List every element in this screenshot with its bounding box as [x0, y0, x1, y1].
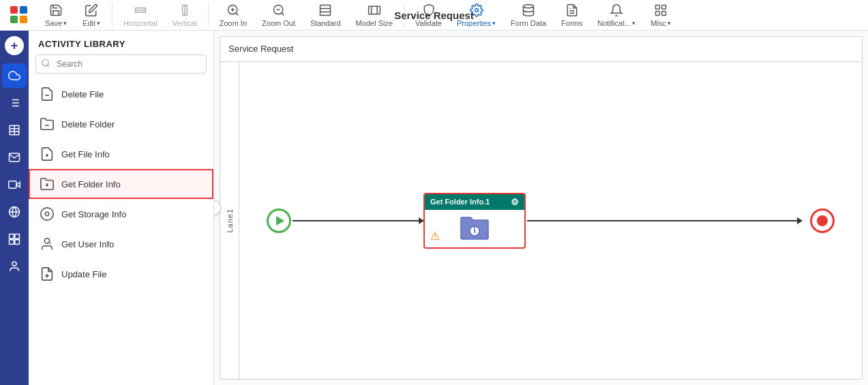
activity-library-header: ACTIVITY LIBRARY — [29, 31, 213, 55]
svg-point-45 — [42, 59, 48, 65]
svg-rect-23 — [655, 5, 659, 9]
svg-rect-25 — [655, 11, 659, 15]
edit-button[interactable]: Edit▾ — [75, 1, 108, 30]
svg-line-46 — [48, 65, 50, 67]
start-node[interactable] — [267, 209, 291, 233]
activity-item-delete-file[interactable]: Delete File — [29, 79, 213, 109]
activity-label: Get Storage Info — [61, 209, 126, 219]
model-size-button[interactable]: Model Size — [349, 1, 400, 30]
svg-point-44 — [12, 262, 16, 266]
activity-label: Update File — [61, 269, 106, 279]
form-data-button[interactable]: Form Data — [504, 1, 553, 30]
activity-list: Delete File Delete Folder Get File Info … — [29, 79, 213, 385]
canvas-label: Service Request — [228, 44, 293, 54]
svg-line-9 — [236, 12, 239, 15]
activity-library-panel: ACTIVITY LIBRARY Delete File Delete Fold… — [29, 31, 214, 385]
svg-rect-3 — [20, 16, 27, 23]
canvas-border: Service Request Lane1 — [220, 36, 863, 380]
activity-item-delete-folder[interactable]: Delete Folder — [29, 109, 213, 139]
activity-label: Delete Folder — [61, 119, 115, 129]
svg-point-20 — [524, 4, 534, 7]
lane-label: Lane1 — [220, 62, 239, 379]
node-title: Get Folder Info.1 — [430, 198, 490, 206]
folder-info-icon — [458, 213, 491, 242]
icon-sidebar: + — [0, 31, 29, 385]
activity-item-get-folder-info[interactable]: Get Folder Info — [29, 169, 213, 199]
vertical-button[interactable]: Vertical — [166, 1, 204, 30]
svg-rect-18 — [368, 6, 380, 14]
activity-label: Get Folder Info — [61, 179, 121, 189]
svg-rect-2 — [10, 16, 18, 23]
activity-label: Get File Info — [61, 149, 110, 159]
stop-icon — [817, 215, 828, 226]
activity-item-get-storage-info[interactable]: Get Storage Info — [29, 199, 213, 229]
svg-rect-0 — [10, 6, 18, 14]
svg-rect-1 — [20, 6, 27, 14]
svg-marker-37 — [16, 182, 20, 187]
svg-point-55 — [44, 238, 49, 243]
activity-label: Get User Info — [61, 239, 114, 249]
forms-button[interactable]: Forms — [554, 1, 589, 30]
activity-node[interactable]: Get Folder Info.1 ⚙ ⚠ — [423, 193, 526, 249]
sidebar-add-button[interactable]: + — [5, 36, 24, 55]
lane: Lane1 Get Folder Info.1 — [220, 61, 862, 379]
node-header: Get Folder Info.1 ⚙ — [425, 194, 524, 210]
sidebar-icon-user[interactable] — [2, 254, 27, 279]
page-title: Service Request — [394, 10, 474, 21]
zoom-out-button[interactable]: Zoom Out — [255, 1, 302, 30]
toolbar-divider — [112, 3, 113, 27]
svg-line-13 — [281, 12, 284, 15]
node-warning-icon: ⚠ — [430, 230, 440, 243]
app-logo — [7, 3, 31, 27]
svg-rect-40 — [10, 234, 14, 239]
sidebar-icon-list[interactable] — [2, 91, 27, 115]
svg-point-53 — [41, 208, 53, 220]
node-gear-icon[interactable]: ⚙ — [511, 197, 519, 207]
activity-item-get-file-info[interactable]: Get File Info — [29, 139, 213, 169]
save-button[interactable]: Save▾ — [38, 1, 74, 30]
search-icon — [41, 59, 50, 70]
search-container — [35, 55, 207, 74]
node-body: ⚠ — [425, 210, 524, 245]
play-icon — [276, 216, 284, 226]
notifications-button[interactable]: Notificat...▾ — [590, 1, 642, 30]
arrow-head-2 — [797, 217, 803, 224]
canvas-area: ‹ Service Request Lane1 — [214, 31, 868, 385]
sidebar-icon-mail[interactable] — [2, 145, 27, 170]
sidebar-icon-video[interactable] — [2, 172, 27, 197]
activity-item-update-file[interactable]: Update File — [29, 259, 213, 289]
end-node[interactable] — [810, 209, 835, 233]
svg-point-19 — [475, 8, 478, 12]
svg-point-54 — [45, 212, 49, 216]
search-input[interactable] — [35, 55, 207, 74]
svg-rect-43 — [15, 240, 20, 245]
zoom-in-button[interactable]: Zoom In — [213, 1, 254, 30]
svg-rect-24 — [662, 5, 666, 9]
sidebar-icon-wordpress[interactable] — [2, 200, 27, 224]
svg-rect-26 — [662, 11, 666, 15]
svg-rect-41 — [15, 234, 20, 239]
activity-item-get-user-info[interactable]: Get User Info — [29, 229, 213, 259]
horizontal-button[interactable]: Horizontal — [117, 1, 164, 30]
sidebar-icon-cloud[interactable] — [2, 63, 27, 88]
arrow-start-to-node — [293, 220, 423, 221]
sidebar-icon-table[interactable] — [2, 118, 27, 142]
svg-rect-38 — [9, 181, 16, 189]
arrow-node-to-end — [527, 220, 802, 221]
svg-rect-15 — [320, 5, 331, 15]
toolbar-divider2 — [208, 3, 209, 27]
sidebar-icon-settings[interactable] — [2, 227, 27, 251]
activity-label: Delete File — [61, 89, 104, 99]
svg-rect-42 — [10, 240, 14, 245]
svg-point-61 — [474, 226, 475, 228]
misc-button[interactable]: Misc▾ — [644, 1, 678, 30]
flow-container: Get Folder Info.1 ⚙ ⚠ — [239, 62, 862, 379]
standard-button[interactable]: Standard — [303, 1, 348, 30]
